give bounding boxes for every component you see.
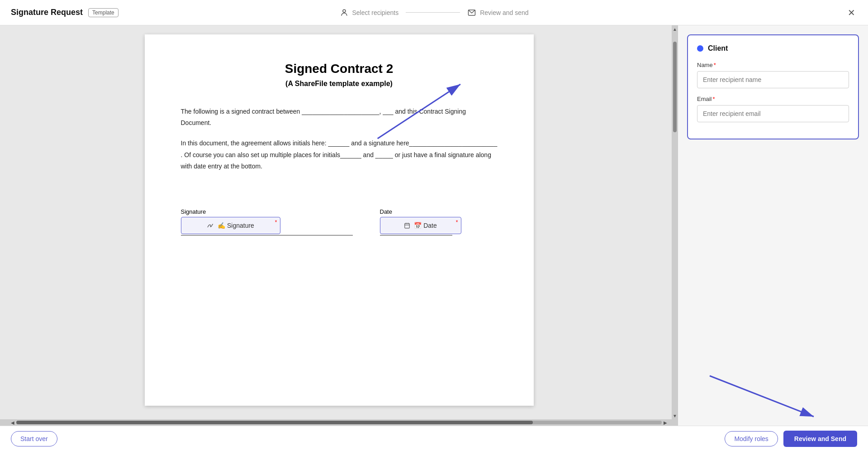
svg-point-0: [342, 10, 345, 12]
modify-roles-button[interactable]: Modify roles: [725, 431, 778, 446]
step-divider: [406, 12, 460, 13]
date-required: *: [456, 219, 458, 226]
h-scroll-thumb[interactable]: [16, 421, 533, 424]
date-field-button[interactable]: 📅 Date *: [380, 217, 461, 234]
email-label: Email*: [697, 96, 849, 102]
template-badge: Template: [88, 8, 119, 17]
client-card: Client Name* Email*: [687, 34, 859, 139]
scroll-thumb[interactable]: [673, 42, 677, 132]
doc-paragraph-2: In this document, the agreement allows i…: [181, 138, 498, 172]
review-send-button[interactable]: Review and Send: [783, 431, 857, 447]
doc-fields-row: Signature ✍ Signature * Date 📅 Date: [181, 208, 498, 235]
signature-field-text: ✍ Signature: [218, 222, 254, 229]
header: Signature Request Template Select recipi…: [0, 0, 868, 25]
signature-underline: [181, 235, 353, 235]
email-input[interactable]: [697, 105, 849, 122]
footer-right: Modify roles Review and Send: [725, 431, 857, 447]
header-steps: Select recipients Review and send: [339, 8, 528, 17]
name-label: Name*: [697, 62, 849, 68]
step-review-send-label: Review and send: [480, 9, 528, 16]
scroll-right-arrow[interactable]: ▶: [662, 420, 669, 425]
step-select-recipients: Select recipients: [339, 8, 398, 17]
doc-body: The following is a signed contract betwe…: [181, 106, 498, 172]
envelope-icon: [467, 8, 476, 17]
app-title: Signature Request: [11, 8, 83, 17]
document-viewer: ▲ ▼ Signed Contract 2 (A ShareFile templ…: [0, 25, 678, 426]
signature-field-group: Signature ✍ Signature *: [181, 208, 353, 235]
close-button[interactable]: ✕: [846, 5, 857, 20]
date-field-text: 📅 Date: [414, 222, 436, 229]
horizontal-scrollbar[interactable]: ◀ ▶: [0, 419, 678, 426]
svg-rect-2: [405, 223, 410, 228]
scroll-left-arrow[interactable]: ◀: [9, 420, 16, 425]
name-form-group: Name*: [697, 62, 849, 88]
client-dot: [697, 45, 703, 52]
date-underline: [380, 235, 452, 235]
signature-field-button[interactable]: ✍ Signature *: [181, 217, 280, 234]
h-scroll-track: [16, 421, 662, 424]
step-review-send: Review and send: [467, 8, 528, 17]
scroll-down-arrow[interactable]: ▼: [672, 412, 678, 419]
name-required-mark: *: [714, 62, 716, 68]
doc-scroll-area: ▲ ▼ Signed Contract 2 (A ShareFile templ…: [0, 25, 678, 419]
name-input[interactable]: [697, 71, 849, 88]
signature-label: Signature: [181, 208, 353, 215]
vertical-scrollbar[interactable]: ▲ ▼: [672, 25, 678, 419]
step-select-recipients-label: Select recipients: [352, 9, 398, 16]
document-page: Signed Contract 2 (A ShareFile template …: [145, 34, 534, 406]
footer-left: Start over: [11, 431, 57, 446]
date-label: Date: [380, 208, 461, 215]
person-icon: [339, 8, 348, 17]
doc-title: Signed Contract 2: [181, 62, 498, 76]
signature-required: *: [275, 219, 277, 226]
client-label: Client: [708, 44, 728, 53]
scroll-up-arrow[interactable]: ▲: [672, 25, 678, 33]
client-header: Client: [697, 44, 849, 53]
start-over-button[interactable]: Start over: [11, 431, 57, 446]
email-form-group: Email*: [697, 96, 849, 122]
right-panel: Client Name* Email*: [678, 25, 868, 426]
doc-subtitle: (A ShareFile template example): [181, 80, 498, 88]
email-required-mark: *: [713, 96, 715, 102]
doc-paragraph-1: The following is a signed contract betwe…: [181, 106, 498, 129]
main-area: ▲ ▼ Signed Contract 2 (A ShareFile templ…: [0, 25, 868, 426]
date-field-group: Date 📅 Date *: [380, 208, 461, 235]
header-left: Signature Request Template: [11, 8, 119, 17]
footer: Start over Modify roles Review and Send: [0, 426, 868, 451]
